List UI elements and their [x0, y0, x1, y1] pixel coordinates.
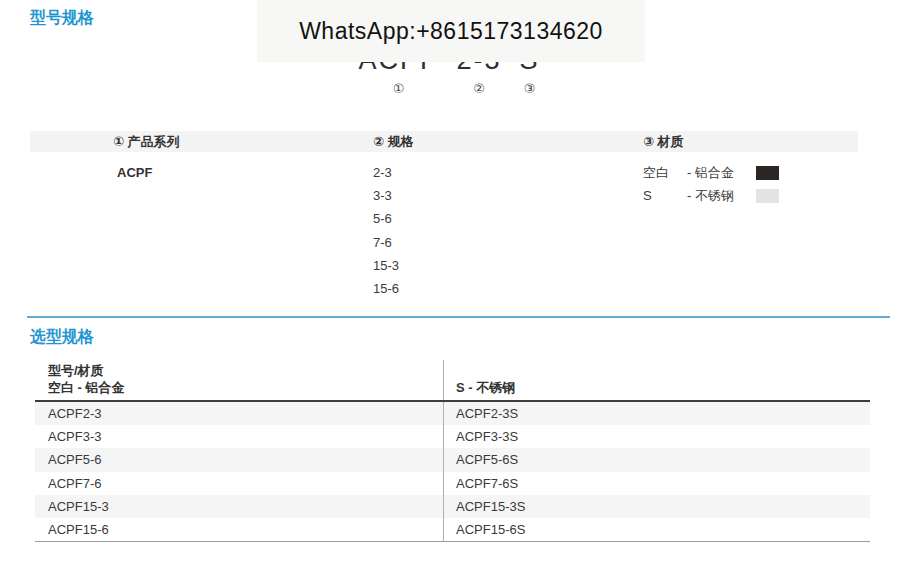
table-row: ACPF5-6 ACPF5-6S — [35, 448, 870, 471]
size-item: 2-3 — [373, 161, 613, 184]
size-item: 7-6 — [373, 231, 613, 254]
circled-one-marker: ① — [393, 81, 405, 96]
selection-header-right-label: S - 不锈钢 — [456, 379, 870, 396]
model-cell: ACPF7-6S — [443, 472, 870, 495]
model-cell: ACPF15-6 — [35, 518, 443, 541]
size-item: 3-3 — [373, 184, 613, 207]
model-cell: ACPF5-6S — [443, 448, 870, 471]
table-row: ACPF7-6 ACPF7-6S — [35, 472, 870, 495]
material-code: 空白 — [643, 164, 687, 182]
spec-header-material: ③ 材质 — [613, 133, 858, 151]
table-row: ACPF15-6 ACPF15-6S — [35, 518, 870, 541]
selection-header-line2: 空白 - 铝合金 — [48, 379, 443, 396]
selection-spec-section-title: 选型规格 — [30, 327, 94, 348]
material-item-stainless: S - 不锈钢 — [643, 184, 858, 207]
spec-table-header-row: ① 产品系列 ② 规格 ③ 材质 — [30, 131, 858, 152]
selection-table-body: ACPF2-3 ACPF2-3S ACPF3-3 ACPF3-3S ACPF5-… — [35, 402, 870, 542]
model-cell: ACPF15-3 — [35, 495, 443, 518]
model-cell: ACPF2-3S — [443, 402, 870, 425]
model-cell: ACPF3-3S — [443, 425, 870, 448]
selection-header-aluminum: 型号/材质 空白 - 铝合金 — [35, 360, 443, 400]
selection-table-header-row: 型号/材质 空白 - 铝合金 S - 不锈钢 — [35, 360, 870, 402]
whatsapp-number-text: WhatsApp:+8615173134620 — [299, 18, 603, 45]
material-name: - 铝合金 — [687, 164, 734, 182]
circled-two-marker: ② — [473, 81, 485, 96]
spec-breakdown-table: ① 产品系列 ② 规格 ③ 材质 ACPF 2-3 3-3 5-6 7-6 15… — [30, 131, 858, 300]
spec-table-body: ACPF 2-3 3-3 5-6 7-6 15-3 15-6 空白 - 铝合金 … — [30, 152, 858, 300]
model-cell: ACPF5-6 — [35, 448, 443, 471]
circled-three-marker: ③ — [524, 81, 536, 96]
table-row: ACPF15-3 ACPF15-3S — [35, 495, 870, 518]
spec-header-size: ② 规格 — [373, 133, 613, 151]
size-item: 15-6 — [373, 277, 613, 300]
model-cell: ACPF15-3S — [443, 495, 870, 518]
material-code: S — [643, 188, 687, 203]
model-spec-section-title: 型号规格 — [30, 8, 94, 29]
table-row: ACPF3-3 ACPF3-3S — [35, 425, 870, 448]
material-list: 空白 - 铝合金 S - 不锈钢 — [613, 161, 858, 300]
catalog-page: 型号规格 ACPF ① 2-3 ② S ③ WhatsApp:+86151731… — [0, 0, 898, 567]
selection-table: 型号/材质 空白 - 铝合金 S - 不锈钢 ACPF2-3 ACPF2-3S … — [35, 360, 870, 542]
aluminum-color-swatch — [756, 166, 779, 180]
size-item: 5-6 — [373, 207, 613, 230]
series-value: ACPF — [30, 161, 373, 300]
size-item: 15-3 — [373, 254, 613, 277]
model-cell: ACPF2-3 — [35, 402, 443, 425]
model-cell: ACPF15-6S — [443, 518, 870, 541]
material-item-aluminum: 空白 - 铝合金 — [643, 161, 858, 184]
selection-header-stainless: S - 不锈钢 — [443, 360, 870, 400]
stainless-color-swatch — [756, 189, 779, 203]
section-divider-rule — [27, 316, 890, 318]
whatsapp-banner: WhatsApp:+8615173134620 — [257, 0, 645, 62]
size-list: 2-3 3-3 5-6 7-6 15-3 15-6 — [373, 161, 613, 300]
model-cell: ACPF7-6 — [35, 472, 443, 495]
table-row: ACPF2-3 ACPF2-3S — [35, 402, 870, 425]
spec-header-series: ① 产品系列 — [30, 133, 373, 151]
selection-header-line1: 型号/材质 — [48, 362, 443, 379]
material-name: - 不锈钢 — [687, 187, 734, 205]
model-cell: ACPF3-3 — [35, 425, 443, 448]
